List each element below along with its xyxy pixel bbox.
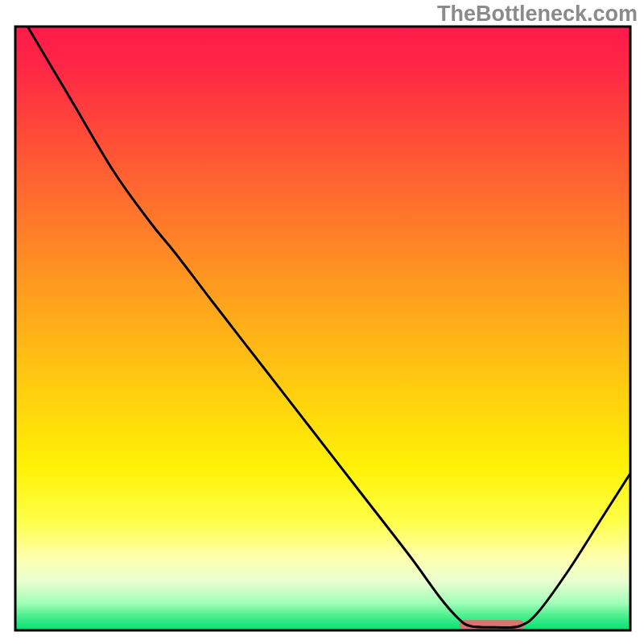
gradient-background [15,27,630,630]
bottleneck-chart: TheBottleneck.com [0,0,644,644]
chart-svg [0,0,644,644]
watermark-text: TheBottleneck.com [437,2,638,27]
